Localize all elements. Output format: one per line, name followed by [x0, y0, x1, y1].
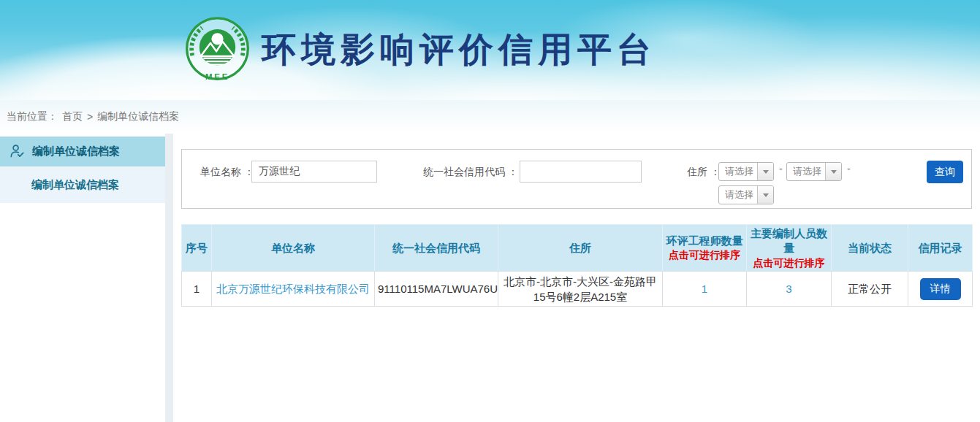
- address-label: 住所 ：: [687, 161, 721, 183]
- sort-hint: 点击可进行排序: [748, 256, 829, 270]
- sort-hint: 点击可进行排序: [664, 248, 745, 262]
- sidebar-item-credit-archive-parent[interactable]: 编制单位诚信档案: [0, 137, 165, 166]
- col-header-engineer-count-label: 环评工程师数量: [666, 234, 743, 247]
- user-check-icon: [9, 143, 26, 160]
- breadcrumb-label: 当前位置：: [7, 110, 58, 123]
- cell-status: 正常公开: [832, 272, 908, 307]
- engineer-count-link[interactable]: 1: [702, 283, 707, 295]
- editor-count-link[interactable]: 3: [786, 283, 791, 295]
- province-select[interactable]: 请选择: [718, 162, 774, 181]
- chevron-down-icon[interactable]: [757, 186, 773, 204]
- address-separator2: -: [847, 163, 851, 174]
- content-area: 单位名称 ： 统一社会信用代码 ： 住所 ： 请选择 - 请选择 - 请选择 查…: [173, 134, 980, 422]
- col-header-status: 当前状态: [832, 225, 908, 272]
- col-header-credit-code: 统一社会信用代码: [375, 225, 498, 272]
- credit-code-input[interactable]: [520, 161, 642, 183]
- sidebar: 编制单位诚信档案 编制单位诚信档案: [0, 134, 165, 422]
- col-header-address: 住所: [498, 225, 663, 272]
- col-header-editor-count-sort[interactable]: 主要编制人员数量 点击可进行排序: [747, 225, 832, 272]
- search-panel: 单位名称 ： 统一社会信用代码 ： 住所 ： 请选择 - 请选择 - 请选择 查…: [181, 149, 972, 209]
- city-select-value: 请选择: [787, 163, 825, 180]
- unit-name-label: 单位名称 ：: [200, 161, 254, 183]
- sidebar-divider: [165, 134, 173, 422]
- col-header-index: 序号: [182, 225, 212, 272]
- table-header-row: 序号 单位名称 统一社会信用代码 住所 环评工程师数量 点击可进行排序 主要编制…: [182, 225, 973, 272]
- detail-button[interactable]: 详情: [920, 278, 961, 300]
- chevron-down-icon[interactable]: [825, 163, 841, 180]
- col-header-editor-count-label: 主要编制人员数量: [751, 227, 827, 254]
- credit-code-label: 统一社会信用代码 ：: [423, 161, 518, 183]
- district-select-value: 请选择: [719, 186, 757, 204]
- breadcrumb-home-link[interactable]: 首页: [62, 110, 83, 123]
- col-header-engineer-count-sort[interactable]: 环评工程师数量 点击可进行排序: [663, 225, 747, 272]
- sidebar-item-credit-archive[interactable]: 编制单位诚信档案: [0, 166, 165, 203]
- sidebar-item-label: 编制单位诚信档案: [32, 145, 120, 158]
- province-select-value: 请选择: [719, 163, 757, 180]
- unit-name-link[interactable]: 北京万源世纪环保科技有限公司: [216, 283, 370, 295]
- cell-credit-code: 91110115MA7LWUA76U: [375, 272, 498, 307]
- svg-text:MEE: MEE: [205, 72, 229, 81]
- site-header: MEE 环境影响评价信用平台: [0, 0, 980, 100]
- district-select[interactable]: 请选择: [718, 185, 774, 204]
- page-title: 环境影响评价信用平台: [262, 27, 656, 73]
- query-button[interactable]: 查询: [927, 161, 963, 183]
- breadcrumb-separator: >: [87, 111, 93, 123]
- mee-logo-icon: MEE: [183, 15, 252, 85]
- results-table: 序号 单位名称 统一社会信用代码 住所 环评工程师数量 点击可进行排序 主要编制…: [181, 224, 973, 307]
- city-select[interactable]: 请选择: [786, 162, 842, 181]
- sidebar-item-label: 编制单位诚信档案: [31, 178, 119, 192]
- unit-name-input[interactable]: [251, 161, 377, 183]
- chevron-down-icon[interactable]: [757, 163, 773, 180]
- cell-address: 北京市-北京市-大兴区-金苑路甲15号6幢2层A215室: [498, 272, 663, 307]
- breadcrumb-current: 编制单位诚信档案: [97, 110, 179, 123]
- address-separator: -: [779, 163, 783, 174]
- table-row: 1 北京万源世纪环保科技有限公司 91110115MA7LWUA76U 北京市-…: [182, 272, 973, 307]
- main-area: 编制单位诚信档案 编制单位诚信档案 单位名称 ： 统一社会信用代码 ： 住所 ：…: [0, 134, 980, 422]
- breadcrumb: 当前位置： 首页 > 编制单位诚信档案: [0, 100, 980, 134]
- cell-index: 1: [182, 272, 212, 307]
- col-header-unit-name: 单位名称: [212, 225, 375, 272]
- col-header-credit-record: 信用记录: [908, 225, 973, 272]
